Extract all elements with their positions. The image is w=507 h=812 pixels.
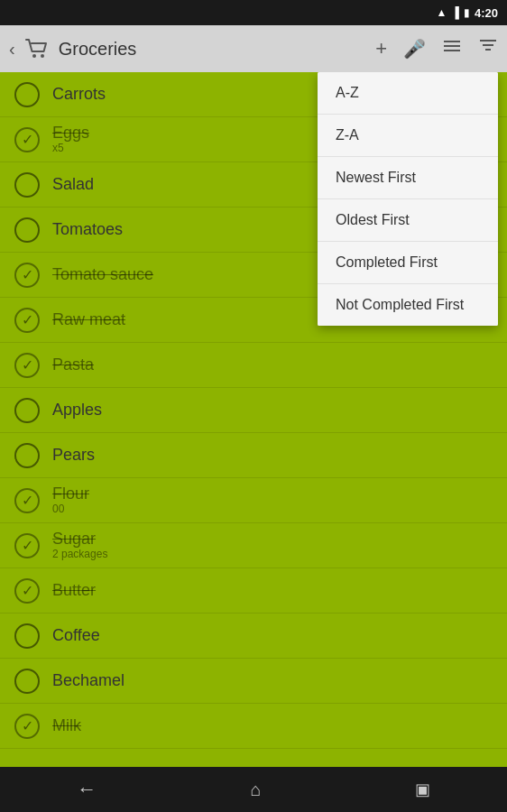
add-button[interactable]: +: [375, 37, 387, 60]
item-name: Sugar: [52, 530, 107, 549]
svg-point-0: [32, 54, 36, 58]
bottom-nav: ← ⌂ ▣: [0, 767, 507, 812]
status-icons: ▲ ▐ ▮ 4:20: [437, 6, 498, 20]
list-item[interactable]: ✓Milk: [0, 704, 507, 749]
item-checkbox[interactable]: [14, 623, 40, 649]
checkmark-icon: ✓: [22, 582, 33, 599]
item-checkbox[interactable]: ✓: [14, 578, 40, 604]
item-content: Eggsx5: [52, 124, 89, 154]
item-subtitle: x5: [52, 143, 89, 154]
status-bar: ▲ ▐ ▮ 4:20: [0, 0, 507, 25]
list-item[interactable]: Coffee: [0, 614, 507, 659]
item-subtitle: 2 packages: [52, 549, 107, 560]
item-content: Salad: [52, 175, 94, 194]
item-content: Coffee: [52, 626, 100, 645]
item-name: Pears: [52, 446, 95, 465]
item-name: Flour: [52, 484, 89, 503]
nav-recent-button[interactable]: ▣: [415, 780, 430, 799]
toolbar: ‹ Groceries + 🎤: [0, 25, 507, 72]
item-name: Salad: [52, 175, 94, 194]
checkmark-icon: ✓: [22, 537, 33, 554]
item-name: Raw meat: [52, 310, 125, 329]
checkmark-icon: ✓: [22, 131, 33, 148]
list-item[interactable]: ✓Butter: [0, 568, 507, 614]
item-content: Butter: [52, 581, 96, 600]
item-checkbox[interactable]: ✓: [14, 714, 40, 739]
item-checkbox[interactable]: [14, 398, 40, 423]
item-content: Pears: [52, 446, 95, 465]
checkmark-icon: ✓: [22, 356, 33, 374]
item-content: Tomatoes: [52, 220, 123, 239]
item-content: Bechamel: [52, 671, 124, 690]
sort-option-not-completed[interactable]: Not Completed First: [318, 284, 498, 326]
item-checkbox[interactable]: ✓: [14, 353, 40, 378]
item-checkbox[interactable]: [14, 443, 40, 468]
item-checkbox[interactable]: [14, 217, 40, 243]
list-item[interactable]: ✓Flour00: [0, 478, 507, 523]
item-name: Butter: [52, 581, 96, 600]
item-checkbox[interactable]: [14, 669, 40, 694]
checkmark-icon: ✓: [22, 492, 33, 509]
item-name: Bechamel: [52, 671, 124, 690]
item-checkbox[interactable]: [14, 82, 40, 107]
list-item[interactable]: Bechamel: [0, 659, 507, 704]
item-name: Apples: [52, 401, 102, 420]
item-content: Carrots: [52, 85, 106, 104]
item-content: Pasta: [52, 355, 94, 374]
item-checkbox[interactable]: ✓: [14, 308, 40, 333]
item-checkbox[interactable]: ✓: [14, 488, 40, 513]
item-content: Milk: [52, 716, 81, 735]
item-content: Sugar2 packages: [52, 530, 107, 560]
sort-option-newest[interactable]: Newest First: [318, 157, 498, 199]
item-name: Tomatoes: [52, 220, 123, 239]
item-content: Flour00: [52, 484, 89, 515]
signal-icon: ▐: [451, 6, 459, 19]
list-item[interactable]: Apples: [0, 388, 507, 433]
sort-option-az[interactable]: A-Z: [318, 72, 498, 115]
nav-home-button[interactable]: ⌂: [250, 780, 261, 800]
item-checkbox[interactable]: ✓: [14, 263, 40, 288]
back-button[interactable]: ‹: [9, 39, 15, 60]
sort-option-oldest[interactable]: Oldest First: [318, 199, 498, 242]
checkmark-icon: ✓: [22, 311, 33, 328]
nav-back-button[interactable]: ←: [77, 778, 97, 801]
wifi-icon: ▲: [437, 6, 447, 19]
toolbar-title: Groceries: [59, 39, 368, 60]
item-name: Pasta: [52, 355, 94, 374]
checkmark-icon: ✓: [22, 717, 33, 734]
sort-option-za[interactable]: Z-A: [318, 115, 498, 157]
item-name: Milk: [52, 716, 81, 735]
item-checkbox[interactable]: ✓: [14, 127, 40, 152]
sort-button[interactable]: [442, 36, 462, 61]
filter-button[interactable]: [478, 36, 498, 61]
item-content: Tomato sauce: [52, 265, 153, 284]
main-content: Carrots✓Eggsx5SaladTomatoes✓Tomato sauce…: [0, 72, 507, 767]
list-item[interactable]: ✓Pasta: [0, 343, 507, 388]
checkmark-icon: ✓: [22, 266, 33, 283]
mic-button[interactable]: 🎤: [403, 38, 426, 60]
item-content: Apples: [52, 401, 102, 420]
svg-point-1: [41, 54, 44, 58]
list-item[interactable]: Pears: [0, 433, 507, 478]
item-subtitle: 00: [52, 503, 89, 515]
status-time: 4:20: [475, 6, 498, 20]
list-item[interactable]: ✓Sugar2 packages: [0, 523, 507, 568]
toolbar-actions: + 🎤: [375, 36, 498, 61]
sort-dropdown: A-ZZ-ANewest FirstOldest FirstCompleted …: [318, 72, 498, 326]
item-name: Coffee: [52, 626, 100, 645]
item-name: Tomato sauce: [52, 265, 153, 284]
battery-icon: ▮: [464, 6, 470, 19]
cart-icon: [23, 34, 51, 63]
item-checkbox[interactable]: ✓: [14, 533, 40, 558]
item-name: Carrots: [52, 85, 106, 104]
sort-option-completed[interactable]: Completed First: [318, 242, 498, 284]
item-name: Eggs: [52, 124, 89, 143]
item-content: Raw meat: [52, 310, 125, 329]
item-checkbox[interactable]: [14, 172, 40, 198]
